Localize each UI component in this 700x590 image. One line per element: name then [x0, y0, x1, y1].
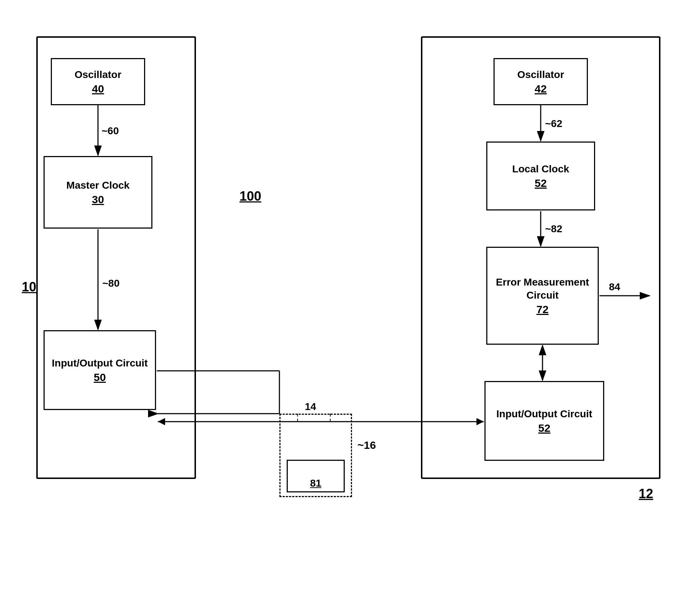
right-oscillator-ref: 42	[535, 83, 547, 95]
device-label: ~16	[357, 439, 376, 451]
local-clock-box: Local Clock 52	[486, 142, 595, 210]
left-oscillator-ref: 40	[92, 83, 104, 95]
left-oscillator-title: Oscillator	[74, 68, 121, 81]
left-oscillator-box: Oscillator 40	[51, 58, 145, 105]
master-clock-title: Master Clock	[66, 179, 130, 192]
right-io-ref: 52	[538, 422, 550, 434]
main-label: 100	[240, 189, 261, 204]
right-io-box: Input/Output Circuit 52	[484, 381, 604, 461]
diagram-container: 100 10 12 Oscillator 40 Master Clock 30 …	[15, 15, 685, 575]
master-clock-ref: 30	[92, 193, 104, 206]
right-oscillator-title: Oscillator	[517, 68, 564, 81]
error-measurement-box: Error Measurement Circuit 72	[486, 247, 599, 345]
right-io-title: Input/Output Circuit	[496, 407, 592, 421]
label-14: 14	[305, 401, 316, 412]
left-io-box: Input/Output Circuit 50	[44, 330, 156, 410]
left-io-ref: 50	[94, 371, 106, 384]
device-box: 81	[279, 414, 352, 497]
right-oscillator-box: Oscillator 42	[494, 58, 588, 105]
left-io-title: Input/Output Circuit	[52, 357, 148, 370]
error-meas-ref: 72	[536, 303, 548, 316]
device-inner: 81	[287, 460, 345, 492]
error-meas-title: Error Measurement Circuit	[491, 276, 594, 302]
local-clock-ref: 52	[535, 177, 547, 189]
master-clock-box: Master Clock 30	[44, 156, 152, 229]
right-system-label: 12	[639, 486, 653, 501]
local-clock-title: Local Clock	[512, 163, 569, 176]
device-ref: 81	[310, 478, 321, 489]
left-system-label: 10	[22, 279, 36, 295]
